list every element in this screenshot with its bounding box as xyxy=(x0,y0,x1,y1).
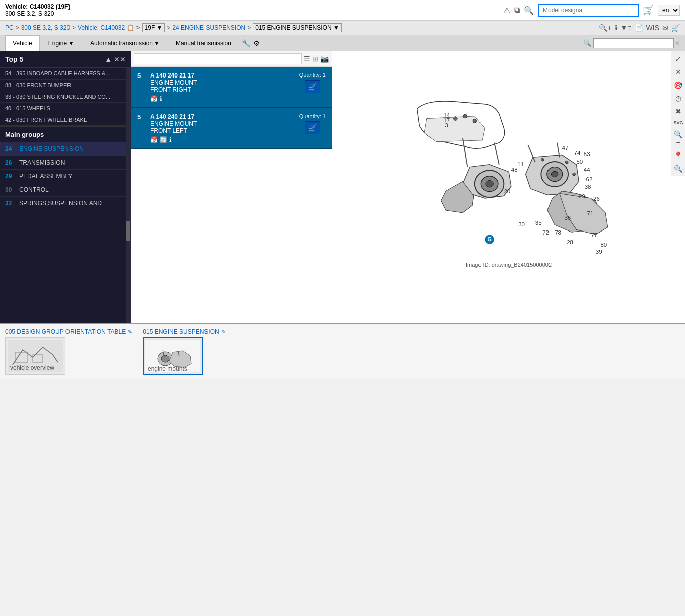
info-icon-1[interactable]: ℹ xyxy=(169,136,172,143)
svg-point-11 xyxy=(565,161,568,164)
center-search-input[interactable] xyxy=(134,53,302,64)
tab-manual-trans[interactable]: Manual transmission xyxy=(168,35,239,51)
breadcrumb-pc[interactable]: PC xyxy=(5,24,14,31)
thumb-svg-0: vehicle overview xyxy=(8,340,63,372)
clear-search-btn[interactable]: ✕ xyxy=(675,40,680,47)
breadcrumb-19f-dropdown[interactable]: 19F ▼ xyxy=(142,23,165,32)
top5-item-4[interactable]: 42 - 030 FRONT WHEEL BRAKE xyxy=(0,114,126,126)
breadcrumb: PC > 300 SE 3.2, S 320 > Vehicle: C14003… xyxy=(0,21,685,35)
diagram-image: 14 17 3 50 53 44 62 38 47 74 71 48 11 xyxy=(332,51,685,273)
svg-text:80: 80 xyxy=(600,242,607,248)
parts-list: 5 A 140 240 21 17 ENGINE MOUNT FRONT RIG… xyxy=(131,67,332,323)
svg-point-3 xyxy=(486,180,493,187)
add-to-cart-btn-0[interactable]: 🛒 xyxy=(305,80,320,93)
svg-icon[interactable]: SVG xyxy=(672,119,684,127)
pin-icon[interactable]: 📍 xyxy=(672,150,684,161)
main-group-32[interactable]: 32 SPRINGS,SUSPENSION AND xyxy=(0,197,126,210)
target-icon[interactable]: 🎯 xyxy=(672,80,684,91)
refresh-icon-1[interactable]: 🔄 xyxy=(160,136,167,143)
svg-text:38: 38 xyxy=(585,184,591,190)
left-scrollbar[interactable] xyxy=(126,68,131,323)
model-search-input[interactable] xyxy=(538,4,639,17)
basket-icon[interactable]: 🛒 xyxy=(671,24,680,32)
zoom-icon[interactable]: 🔍+ xyxy=(599,24,611,32)
calendar-icon-0[interactable]: 📅 xyxy=(150,95,158,102)
svg-text:53: 53 xyxy=(584,151,590,157)
close-diagram-icon[interactable]: ✕ xyxy=(672,66,684,78)
zoom-out-icon[interactable]: 🔍- xyxy=(672,163,684,174)
part-subname-0: FRONT RIGHT xyxy=(150,86,294,93)
breadcrumb-engine-suspension[interactable]: 24 ENGINE SUSPENSION xyxy=(172,24,245,31)
part-qty-0: Quantity: 1 🛒 xyxy=(299,72,326,93)
svg-text:48: 48 xyxy=(511,167,518,173)
part-info-1: A 140 240 21 17 ENGINE MOUNT FRONT LEFT … xyxy=(150,113,294,143)
top5-controls: ▲ ✕✕ xyxy=(105,55,126,63)
breadcrumb-vehicle[interactable]: Vehicle: C140032 📋 xyxy=(78,24,134,31)
main-group-30[interactable]: 30 CONTROL xyxy=(0,183,126,197)
calendar-icon-1[interactable]: 📅 xyxy=(150,136,158,143)
info-icon[interactable]: ℹ xyxy=(615,24,618,32)
top5-collapse-btn[interactable]: ▲ xyxy=(105,55,112,63)
top5-item-0[interactable]: 54 - 395 INBOARD CABLE HARNESS &... xyxy=(0,68,126,80)
part-item-1: 5 A 140 240 21 17 ENGINE MOUNT FRONT LEF… xyxy=(131,108,332,149)
tab-vehicle[interactable]: Vehicle xyxy=(5,35,40,51)
main-group-24[interactable]: 24 ENGINE SUSPENSION xyxy=(0,142,126,156)
cross-icon[interactable]: ✖ xyxy=(672,106,684,117)
wis-icon[interactable]: WIS xyxy=(646,24,659,32)
bike-icon[interactable]: ⚙ xyxy=(253,39,260,47)
search-icon-header[interactable]: 🔍 xyxy=(524,6,534,15)
language-select[interactable]: en xyxy=(658,5,680,16)
copy-icon[interactable]: ⧉ xyxy=(514,6,520,15)
breadcrumb-model[interactable]: 300 SE 3.2, S 320 xyxy=(21,24,70,31)
svg-text:11: 11 xyxy=(517,161,524,167)
cart-icon[interactable]: 🛒 xyxy=(643,5,654,16)
zoom-in-icon[interactable]: 🔍+ xyxy=(672,129,684,148)
top5-item-3[interactable]: 40 - 015 WHEELS xyxy=(0,103,126,114)
wrench-icon[interactable]: 🔧 xyxy=(242,39,250,47)
svg-point-12 xyxy=(573,173,576,176)
top5-item-1[interactable]: 88 - 030 FRONT BUMPER xyxy=(0,80,126,91)
svg-text:35: 35 xyxy=(535,220,542,226)
svg-point-50 xyxy=(161,355,169,362)
thumbnail-img-0[interactable]: vehicle overview xyxy=(5,337,65,375)
svg-point-8 xyxy=(463,114,467,118)
group-num-30: 30 xyxy=(5,186,15,193)
history-icon[interactable]: ◷ xyxy=(672,93,684,104)
thumbnail-img-1[interactable]: engine mounts xyxy=(143,337,203,375)
warning-icon[interactable]: ⚠ xyxy=(503,6,510,15)
filter-icon[interactable]: ▼≡ xyxy=(621,24,632,32)
tab-auto-trans[interactable]: Automatic transmission ▼ xyxy=(83,35,167,51)
group-label-29: PEDAL ASSEMBLY xyxy=(19,173,72,180)
expand-icon[interactable]: ⤢ xyxy=(672,53,684,64)
mail-icon[interactable]: ✉ xyxy=(662,24,668,32)
thumbnail-label-0[interactable]: 005 DESIGN GROUP ORIENTATION TABLE ✎ xyxy=(5,328,132,335)
camera-icon[interactable]: 📷 xyxy=(320,55,329,63)
search-icon-tab[interactable]: 🔍 xyxy=(583,39,591,47)
info-icon-0[interactable]: ℹ xyxy=(160,95,162,102)
svg-text:44: 44 xyxy=(584,167,590,173)
top5-close-btn[interactable]: ✕✕ xyxy=(114,55,126,63)
breadcrumb-015-dropdown[interactable]: 015 ENGINE SUSPENSION ▼ xyxy=(253,23,342,32)
add-to-cart-btn-1[interactable]: 🛒 xyxy=(305,121,320,134)
main-group-26[interactable]: 26 TRANSMISSION xyxy=(0,156,126,170)
svg-text:39: 39 xyxy=(596,249,602,255)
document-icon[interactable]: 📄 xyxy=(635,24,643,32)
tab-engine[interactable]: Engine ▼ xyxy=(41,35,82,51)
thumbnail-label-1[interactable]: 015 ENGINE SUSPENSION ✎ xyxy=(143,328,225,335)
right-toolbar: ⤢ ✕ 🎯 ◷ ✖ SVG 🔍+ 📍 🔍- xyxy=(671,51,685,176)
left-panel: Top 5 ▲ ✕✕ 54 - 395 INBOARD CABLE HARNES… xyxy=(0,51,131,323)
header-left: Vehicle: C140032 (19F) 300 SE 3.2, S 320 xyxy=(5,3,70,17)
svg-text:72: 72 xyxy=(542,229,549,236)
grid-view-icon[interactable]: ⊞ xyxy=(312,55,318,63)
top5-item-2[interactable]: 33 - 030 STEERING KNUCKLE AND CO... xyxy=(0,91,126,103)
edit-icon-0[interactable]: ✎ xyxy=(128,329,132,335)
bottom-section: 005 DESIGN GROUP ORIENTATION TABLE ✎ veh… xyxy=(0,323,685,379)
edit-icon-1[interactable]: ✎ xyxy=(221,329,226,335)
list-view-icon[interactable]: ☰ xyxy=(304,55,310,63)
top5-title: Top 5 xyxy=(5,55,23,63)
svg-text:50: 50 xyxy=(576,159,583,165)
svg-text:28: 28 xyxy=(567,239,573,245)
svg-point-10 xyxy=(541,158,544,161)
tab-search-input[interactable] xyxy=(593,38,674,48)
main-group-29[interactable]: 29 PEDAL ASSEMBLY xyxy=(0,170,126,183)
